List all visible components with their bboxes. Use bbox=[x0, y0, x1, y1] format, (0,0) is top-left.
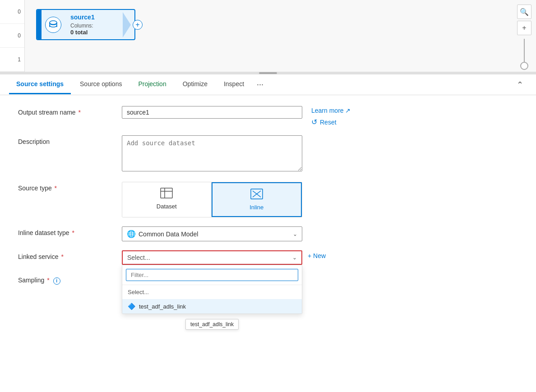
ruler-number-0: 0 bbox=[0, 0, 24, 24]
tab-source-options[interactable]: Source options bbox=[73, 75, 129, 94]
svg-point-0 bbox=[50, 21, 57, 24]
linked-service-area: Select... ⌄ Select... 🔷 test_adf_adls_ bbox=[122, 250, 518, 265]
search-button[interactable]: 🔍 bbox=[517, 5, 531, 19]
source-type-dataset-btn[interactable]: Dataset bbox=[122, 182, 212, 217]
panel-body: Output stream name * Learn more ↗ ↺ Rese… bbox=[0, 95, 536, 392]
source-icon bbox=[45, 17, 61, 33]
search-icon: 🔍 bbox=[520, 8, 529, 16]
zoom-thumb bbox=[520, 62, 528, 70]
sampling-required: * bbox=[47, 277, 49, 284]
source-type-control: Dataset Inline bbox=[122, 182, 302, 217]
linked-service-chevron: ⌄ bbox=[292, 254, 297, 261]
source-type-required: * bbox=[55, 184, 57, 192]
source-type-row: Source type * bbox=[18, 182, 518, 217]
reset-icon: ↺ bbox=[311, 118, 317, 126]
output-stream-input[interactable] bbox=[122, 106, 302, 119]
source-type-label: Source type * bbox=[18, 182, 122, 192]
inline-icon bbox=[250, 189, 263, 202]
output-stream-control bbox=[122, 106, 302, 119]
svg-rect-5 bbox=[161, 188, 172, 198]
dropdown-option-test-link[interactable]: 🔷 test_adf_adls_link bbox=[122, 299, 302, 314]
linked-service-row: Linked service * Select... ⌄ bbox=[18, 250, 518, 265]
source-node-columns-label: Columns: bbox=[70, 23, 114, 29]
inline-dataset-icon: 🌐 bbox=[127, 230, 136, 238]
tab-projection[interactable]: Projection bbox=[131, 75, 173, 94]
ruler-number-1: 0 bbox=[0, 24, 24, 48]
inline-dataset-type-dropdown[interactable]: 🌐 Common Data Model ⌄ bbox=[122, 226, 302, 241]
dropdown-filter-area bbox=[122, 265, 302, 285]
inline-label: Inline bbox=[250, 204, 263, 211]
linked-service-tooltip: test_adf_adls_link bbox=[185, 319, 239, 330]
inline-dataset-type-label: Inline dataset type * bbox=[18, 226, 122, 236]
inline-dataset-required: * bbox=[72, 229, 74, 236]
linked-service-required: * bbox=[61, 253, 63, 260]
sampling-label: Sampling * i bbox=[18, 274, 122, 285]
linked-service-control: Select... ⌄ Select... 🔷 test_adf_adls_ bbox=[122, 250, 302, 265]
description-input[interactable] bbox=[122, 135, 302, 171]
dataset-icon bbox=[160, 188, 173, 201]
source-type-options: Dataset Inline bbox=[122, 182, 302, 217]
source-node-title: source1 bbox=[70, 14, 114, 21]
linked-service-dropdown-list: Select... 🔷 test_adf_adls_link test_adf_… bbox=[122, 265, 302, 314]
inline-dataset-type-row: Inline dataset type * 🌐 Common Data Mode… bbox=[18, 226, 518, 241]
zoom-in-button[interactable]: + bbox=[517, 21, 531, 35]
linked-service-label: Linked service * bbox=[18, 250, 122, 260]
output-stream-row: Output stream name * Learn more ↗ ↺ Rese… bbox=[18, 106, 518, 126]
output-stream-label: Output stream name * bbox=[18, 106, 122, 116]
description-label: Description bbox=[18, 135, 122, 145]
tab-optimize[interactable]: Optimize bbox=[176, 75, 215, 94]
settings-panel: Source settings Source options Projectio… bbox=[0, 74, 536, 392]
source-node-columns-count: 0 total bbox=[70, 29, 114, 36]
source-node-accent bbox=[37, 10, 42, 39]
plus-icon: + bbox=[522, 24, 526, 32]
source-node[interactable]: source1 Columns: 0 total + bbox=[36, 9, 135, 40]
inline-dataset-chevron: ⌄ bbox=[293, 231, 297, 237]
dropdown-filter-input[interactable] bbox=[126, 269, 298, 281]
sampling-info-icon[interactable]: i bbox=[53, 277, 60, 285]
reset-button[interactable]: ↺ Reset bbox=[311, 118, 351, 126]
tabs-more-button[interactable]: ··· bbox=[253, 74, 267, 95]
source-node-icon-area bbox=[42, 10, 65, 39]
panel-collapse-button[interactable]: ⌃ bbox=[513, 76, 527, 93]
right-actions: Learn more ↗ ↺ Reset bbox=[311, 106, 351, 126]
dataset-label: Dataset bbox=[157, 203, 177, 210]
dropdown-option-select[interactable]: Select... bbox=[122, 285, 302, 299]
source-add-button[interactable]: + bbox=[133, 20, 143, 30]
source-node-body: source1 Columns: 0 total bbox=[65, 10, 119, 39]
top-right-controls: 🔍 + bbox=[517, 5, 531, 70]
inline-dataset-type-control: 🌐 Common Data Model ⌄ bbox=[122, 226, 302, 241]
tab-inspect[interactable]: Inspect bbox=[217, 75, 251, 94]
test-link-icon: 🔷 bbox=[128, 303, 135, 310]
tabs-bar: Source settings Source options Projectio… bbox=[0, 74, 536, 95]
learn-more-button[interactable]: Learn more ↗ bbox=[311, 107, 351, 114]
new-linked-service-button[interactable]: + New bbox=[308, 250, 326, 261]
linked-service-dropdown[interactable]: Select... ⌄ bbox=[122, 250, 302, 265]
description-row: Description bbox=[18, 135, 518, 173]
source-node-arrow bbox=[119, 10, 134, 39]
description-control bbox=[122, 135, 302, 173]
ruler-number-2: 1 bbox=[0, 48, 24, 72]
tab-source-settings[interactable]: Source settings bbox=[9, 75, 71, 94]
zoom-slider[interactable] bbox=[517, 39, 531, 70]
output-stream-required: * bbox=[79, 109, 81, 116]
source-type-inline-btn[interactable]: Inline bbox=[212, 182, 302, 217]
